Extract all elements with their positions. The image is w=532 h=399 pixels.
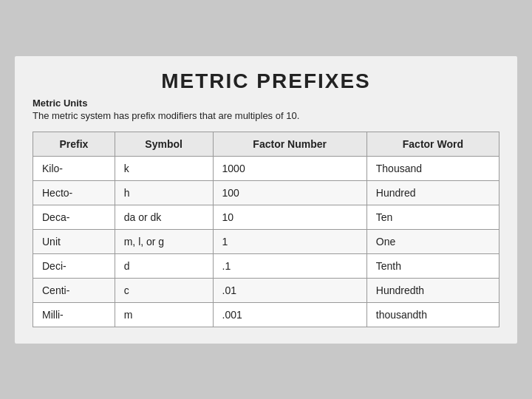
metric-table: Prefix Symbol Factor Number Factor Word … — [33, 132, 499, 327]
table-cell: da or dk — [115, 205, 213, 229]
table-row: Centi-c.01Hundredth — [33, 278, 499, 302]
table-row: Kilo-k1000Thousand — [33, 156, 499, 180]
table-cell: h — [115, 180, 213, 205]
table-cell: Kilo- — [33, 156, 115, 180]
col-header-prefix: Prefix — [33, 132, 115, 156]
table-cell: Tenth — [366, 253, 499, 278]
table-header-row: Prefix Symbol Factor Number Factor Word — [33, 132, 499, 156]
table-cell: Deca- — [33, 205, 115, 229]
table-cell: Centi- — [33, 278, 115, 302]
table-cell: 1000 — [213, 156, 366, 180]
table-row: Hecto-h100Hundred — [33, 180, 499, 205]
table-cell: Thousand — [366, 156, 499, 180]
table-cell: .1 — [213, 253, 366, 278]
table-cell: Deci- — [33, 253, 115, 278]
col-header-factor-word: Factor Word — [366, 132, 499, 156]
table-cell: thousandth — [366, 302, 499, 327]
table-cell: k — [115, 156, 213, 180]
main-card: METRIC PREFIXES Metric Units The metric … — [15, 56, 517, 344]
col-header-symbol: Symbol — [115, 132, 213, 156]
table-cell: Milli- — [33, 302, 115, 327]
table-cell: .01 — [213, 278, 366, 302]
table-cell: .001 — [213, 302, 366, 327]
subtitle: Metric Units — [33, 98, 499, 109]
table-row: Milli-m.001thousandth — [33, 302, 499, 327]
table-cell: Hecto- — [33, 180, 115, 205]
table-cell: m, l, or g — [115, 229, 213, 253]
table-cell: d — [115, 253, 213, 278]
table-row: Deca-da or dk10Ten — [33, 205, 499, 229]
col-header-factor-number: Factor Number — [213, 132, 366, 156]
table-cell: One — [366, 229, 499, 253]
table-cell: Hundredth — [366, 278, 499, 302]
table-cell: Unit — [33, 229, 115, 253]
table-body: Kilo-k1000ThousandHecto-h100HundredDeca-… — [33, 156, 499, 327]
table-cell: 10 — [213, 205, 366, 229]
table-row: Unitm, l, or g1One — [33, 229, 499, 253]
table-cell: Hundred — [366, 180, 499, 205]
table-cell: Ten — [366, 205, 499, 229]
table-cell: m — [115, 302, 213, 327]
table-cell: 100 — [213, 180, 366, 205]
table-row: Deci-d.1Tenth — [33, 253, 499, 278]
page-title: METRIC PREFIXES — [33, 69, 499, 93]
description: The metric system has prefix modifiers t… — [33, 110, 499, 121]
table-cell: c — [115, 278, 213, 302]
table-cell: 1 — [213, 229, 366, 253]
